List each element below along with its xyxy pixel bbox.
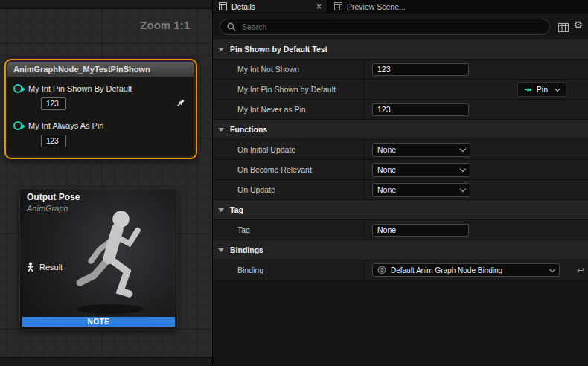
node-title[interactable]: Output Pose (27, 192, 80, 202)
property-row: On Initial Update None (213, 140, 588, 160)
property-row: On Become Relevant None (213, 160, 588, 180)
function-dropdown[interactable]: None (372, 143, 470, 157)
pin-label: My Int Pin Shown By Default (28, 84, 132, 93)
node-pin-row: My Int Pin Shown By Default (13, 83, 188, 94)
chevron-down-icon (549, 266, 555, 272)
property-sections: Pin Shown by Default Test My Int Not Sho… (213, 39, 588, 280)
dropdown-value: None (377, 165, 396, 174)
chevron-down-icon (218, 48, 224, 51)
int-value-input[interactable] (372, 103, 469, 116)
chevron-down-icon (460, 146, 466, 152)
reset-to-default-icon[interactable]: ↩ (577, 265, 584, 275)
chevron-down-icon (460, 166, 466, 172)
pin-label: My Int Always As Pin (28, 121, 103, 130)
node-title[interactable]: AnimGraphNode_MyTestPinShown (7, 62, 194, 77)
pin-value-input[interactable]: 123 (41, 97, 66, 110)
pin-value-input[interactable]: 123 (41, 135, 66, 147)
int-value-input[interactable] (372, 63, 469, 76)
node-pin-row: My Int Always As Pin (13, 120, 188, 132)
display-filter-icon[interactable] (558, 22, 569, 35)
property-label: On Update (213, 180, 365, 199)
section-title: Functions (230, 125, 267, 134)
pin-icon (524, 86, 532, 94)
chevron-down-icon (218, 248, 224, 252)
settings-gear-icon[interactable]: ⚙ (573, 19, 583, 30)
result-pin-label: Result (39, 263, 63, 272)
property-label: On Become Relevant (213, 160, 365, 179)
dropdown-value: Pin (537, 85, 548, 94)
details-tab-icon (219, 2, 227, 10)
section-title: Pin Shown by Default Test (230, 45, 327, 54)
graph-bottom-border (0, 357, 212, 366)
int-pin-icon[interactable] (13, 121, 22, 130)
property-row: Tag (213, 220, 588, 240)
tab-label: Details (231, 2, 255, 11)
node-body: AnimGraphNode_MyTestPinShown (7, 62, 194, 156)
section-title: Bindings (230, 245, 263, 254)
pushpin-icon[interactable] (176, 97, 185, 111)
dropdown-value: None (377, 145, 396, 154)
dropdown-value: None (377, 185, 396, 194)
pin-visibility-dropdown[interactable]: Pin (517, 82, 566, 97)
search-icon (227, 22, 236, 31)
property-label: Binding (213, 260, 365, 280)
section-header-functions[interactable]: Functions (213, 120, 588, 140)
section-header-tag[interactable]: Tag (213, 200, 588, 220)
output-pose-node[interactable]: Output Pose AnimGraph Result NOTE (19, 188, 178, 330)
function-dropdown[interactable]: None (372, 183, 470, 197)
chevron-down-icon (218, 128, 224, 132)
property-label: My Int Pin Shown by Default (213, 80, 365, 99)
zoom-level-label: Zoom 1:1 (140, 19, 190, 31)
character-preview-image (59, 204, 172, 315)
property-row: My Int Pin Shown by Default Pin (213, 80, 588, 100)
function-dropdown[interactable]: None (372, 163, 470, 177)
property-label: Tag (213, 220, 365, 240)
binding-dropdown[interactable]: Default Anim Graph Node Binding (372, 263, 560, 277)
search-area: ⚙ (213, 13, 588, 40)
chevron-down-icon (218, 208, 224, 212)
node-subtitle: AnimGraph (27, 204, 68, 213)
property-row: Binding Default Anim Graph Node Binding … (213, 260, 588, 280)
binding-icon (377, 266, 386, 274)
property-label: My Int Not Shown (213, 60, 365, 79)
search-box[interactable] (220, 19, 550, 35)
preview-scene-tab-icon (334, 2, 342, 10)
property-label: On Initial Update (213, 140, 365, 159)
section-title: Tag (230, 205, 243, 214)
int-pin-icon[interactable] (13, 84, 22, 93)
property-label: My Int Never as Pin (213, 100, 365, 119)
node-pins-area: My Int Pin Shown By Default 123 My Int A… (7, 77, 194, 156)
tag-input[interactable] (372, 224, 469, 237)
tab-label: Preview Scene... (347, 2, 406, 11)
anim-graph-node-mytestpinshown[interactable]: AnimGraphNode_MyTestPinShown (4, 59, 197, 159)
tab-bar: Details × Preview Scene... (213, 0, 588, 13)
property-row: My Int Not Shown (213, 60, 588, 80)
chevron-down-icon (555, 86, 560, 92)
tab-preview-scene[interactable]: Preview Scene... (327, 0, 444, 13)
tab-details[interactable]: Details × (213, 0, 327, 13)
anim-graph-canvas[interactable]: Zoom 1:1 AnimGraphNode_MyTestPinShown (0, 0, 212, 366)
property-row: On Update None (213, 180, 588, 200)
result-pin-row[interactable]: Result (26, 262, 63, 272)
dropdown-value: Default Anim Graph Node Binding (391, 266, 546, 274)
graph-top-border (0, 0, 212, 9)
close-tab-icon[interactable]: × (316, 2, 322, 11)
chevron-down-icon (460, 186, 466, 192)
note-banner[interactable]: NOTE (22, 317, 175, 327)
property-row: My Int Never as Pin (213, 100, 588, 120)
search-input[interactable] (240, 22, 543, 32)
pose-person-icon (26, 262, 35, 272)
unreal-editor-window: Zoom 1:1 AnimGraphNode_MyTestPinShown (0, 0, 588, 366)
section-header-bindings[interactable]: Bindings (213, 240, 588, 260)
section-header-pin-shown-by-default-test[interactable]: Pin Shown by Default Test (213, 39, 588, 60)
details-panel: Details × Preview Scene... (212, 0, 588, 366)
